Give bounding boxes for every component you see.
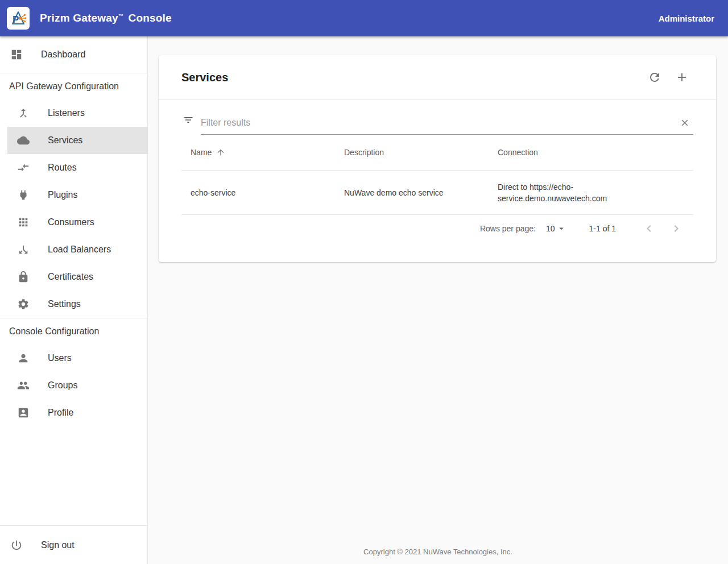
current-user-label[interactable]: Administrator — [659, 14, 714, 23]
sidebar-item-groups[interactable]: Groups — [0, 372, 147, 399]
people-icon — [17, 379, 30, 392]
column-header-name[interactable]: Name — [181, 148, 344, 157]
plug-icon — [17, 189, 30, 201]
sidebar-item-settings[interactable]: Settings — [0, 291, 147, 318]
cell-service-name: echo-service — [181, 187, 344, 198]
sidebar-nav: Dashboard API Gateway Configuration List… — [0, 36, 148, 564]
sidebar-item-dashboard[interactable]: Dashboard — [0, 41, 147, 68]
sidebar-item-label: Profile — [48, 408, 73, 418]
services-table: Name Description Connection echo-service — [181, 135, 693, 242]
table-row[interactable]: echo-service NuWave demo echo service Di… — [181, 171, 693, 215]
clear-filter-button[interactable] — [680, 118, 690, 128]
top-app-bar: P Prizm Gateway™ Console Administrator — [0, 0, 728, 36]
column-header-connection[interactable]: Connection — [498, 148, 693, 157]
chevron-left-icon — [642, 222, 656, 235]
sidebar-item-label: Consumers — [48, 217, 94, 227]
sign-out-button[interactable]: Sign out — [0, 525, 147, 564]
pagination-range-label: 1-1 of 1 — [589, 224, 616, 233]
sidebar-item-consumers[interactable]: Consumers — [0, 209, 147, 236]
main-content: Services — [148, 36, 728, 564]
plus-icon — [675, 70, 689, 84]
app-title: Prizm Gateway™ Console — [40, 12, 172, 24]
call-split-icon — [17, 243, 30, 256]
sidebar-item-users[interactable]: Users — [0, 345, 147, 372]
sidebar-item-label: Settings — [48, 299, 81, 309]
sidebar-item-label: Dashboard — [41, 49, 85, 60]
filter-row — [181, 100, 693, 135]
sidebar-item-label: Plugins — [48, 190, 77, 200]
table-header-row: Name Description Connection — [181, 135, 693, 171]
sort-ascending-icon — [216, 148, 225, 157]
sidebar-item-certificates[interactable]: Certificates — [0, 263, 147, 291]
card-header: Services — [159, 55, 716, 100]
prizm-logo-icon: P — [9, 9, 28, 28]
next-page-button[interactable] — [669, 222, 683, 235]
cell-service-connection: Direct to https://echo-service.demo.nuwa… — [498, 181, 640, 204]
sidebar-item-label: Services — [48, 135, 82, 146]
pagination-bar: Rows per page: 10 1-1 of 1 — [181, 215, 693, 242]
section-label-api-gateway-configuration: API Gateway Configuration — [0, 73, 147, 99]
power-icon — [10, 539, 23, 551]
sidebar-item-load-balancers[interactable]: Load Balancers — [0, 236, 147, 263]
page-title: Services — [181, 71, 228, 84]
sidebar-item-label: Certificates — [48, 272, 93, 282]
chevron-down-icon — [556, 223, 566, 234]
chevron-right-icon — [669, 222, 683, 235]
contact-card-icon — [17, 407, 30, 419]
lock-icon — [17, 271, 30, 283]
dashboard-icon — [10, 48, 23, 61]
app-logo: P — [7, 7, 30, 30]
apps-grid-icon — [17, 216, 30, 229]
refresh-button[interactable] — [648, 70, 661, 84]
filter-input[interactable] — [201, 118, 680, 128]
previous-page-button[interactable] — [642, 222, 656, 235]
sidebar-item-label: Load Balancers — [48, 244, 111, 255]
merge-icon — [17, 107, 30, 119]
sidebar-item-label: Routes — [48, 163, 77, 173]
close-icon — [680, 118, 690, 128]
sidebar-item-routes[interactable]: Routes — [0, 154, 147, 181]
sidebar-item-services[interactable]: Services — [0, 127, 147, 154]
section-label-console-configuration: Console Configuration — [0, 318, 147, 345]
refresh-icon — [648, 70, 661, 84]
sidebar-item-profile[interactable]: Profile — [0, 399, 147, 426]
column-header-description[interactable]: Description — [344, 148, 498, 157]
gear-icon — [17, 298, 30, 310]
sidebar-item-listeners[interactable]: Listeners — [0, 99, 147, 127]
sidebar-item-label: Listeners — [48, 108, 85, 118]
compare-arrows-icon — [17, 161, 30, 174]
add-service-button[interactable] — [675, 70, 689, 84]
trademark-symbol: ™ — [118, 13, 123, 19]
sidebar-item-plugins[interactable]: Plugins — [0, 181, 147, 209]
rows-per-page-select[interactable]: 10 — [546, 223, 566, 234]
sign-out-label: Sign out — [41, 540, 75, 550]
rows-per-page-label: Rows per page: — [480, 224, 536, 233]
sidebar-item-label: Users — [48, 353, 72, 363]
copyright-footer: Copyright © 2021 NuWave Technologies, In… — [148, 548, 728, 564]
filter-list-icon — [183, 114, 194, 126]
person-icon — [17, 352, 30, 364]
sidebar-item-label: Groups — [48, 380, 77, 391]
filter-field — [201, 111, 693, 135]
cell-service-description: NuWave demo echo service — [344, 187, 498, 198]
cloud-icon — [17, 134, 30, 147]
svg-text:P: P — [13, 14, 19, 25]
services-card: Services — [159, 55, 716, 262]
